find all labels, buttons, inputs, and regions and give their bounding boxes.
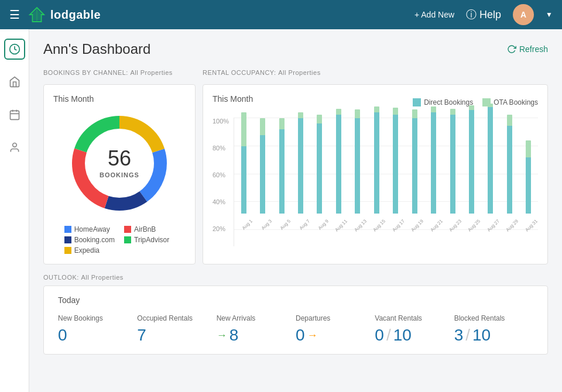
app-layout: Ann's Dashboard Refresh BOOKINGS BY CHAN… <box>0 29 562 392</box>
bar-group: Aug 31 <box>519 118 538 230</box>
top-navigation: ☰ lodgable + Add New ⓘ Help A ▼ <box>0 0 562 29</box>
avatar[interactable]: A <box>513 4 534 25</box>
logo[interactable]: lodgable <box>28 6 101 23</box>
help-button[interactable]: ⓘ Help <box>466 8 501 22</box>
bar-direct <box>488 107 493 214</box>
bar-group: Aug 19 <box>405 118 424 230</box>
bar-ota <box>507 115 512 126</box>
bar-label: Aug 23 <box>446 218 462 235</box>
donut-legend: HomeAway AirBnB Booking.com TripAdv <box>64 225 175 255</box>
bars-group: Aug 1Aug 3Aug 5Aug 7Aug 9Aug 11Aug 13Aug… <box>234 118 538 230</box>
departures-arrow-icon: → <box>307 329 318 342</box>
bar-direct <box>279 129 285 214</box>
sidebar-item-activity[interactable] <box>4 39 25 60</box>
sidebar <box>0 29 29 392</box>
bar-direct <box>260 135 265 214</box>
stat-new-bookings: New Bookings 0 <box>58 314 137 345</box>
bar-label: Aug 5 <box>275 218 292 235</box>
outlook-section: OUTLOOK: All Properties Today New Bookin… <box>43 274 548 355</box>
hamburger-icon[interactable]: ☰ <box>9 8 20 22</box>
bar-direct <box>317 123 322 214</box>
bar-label: Aug 25 <box>465 218 482 235</box>
bar-group: Aug 7 <box>291 118 310 230</box>
bar-direct <box>355 118 360 214</box>
donut-container: 56 BOOKINGS HomeAway AirBnB <box>53 111 186 255</box>
add-new-button[interactable]: + Add New <box>414 10 454 19</box>
bar-direct <box>507 126 512 214</box>
bar-direct <box>298 118 303 214</box>
svg-rect-4 <box>10 111 19 119</box>
bar-direct <box>374 112 379 214</box>
bar-label: Aug 11 <box>333 218 349 235</box>
y-axis: 20% 40% 60% 80% 100% <box>213 118 234 246</box>
sidebar-item-calendar[interactable] <box>4 104 25 125</box>
bar-group: Aug 15 <box>367 118 386 230</box>
bar-group: Aug 3 <box>253 118 272 230</box>
occupancy-section-header: RENTAL OCCUPANCY: All Properties <box>203 69 548 76</box>
bar-label: Aug 1 <box>238 218 254 235</box>
bar-direct <box>412 118 417 214</box>
sidebar-item-home[interactable] <box>4 71 25 92</box>
clock-icon <box>9 43 20 55</box>
stat-occupied-rentals: Occupied Rentals 7 <box>137 314 216 345</box>
tripadvisor-color <box>124 236 131 243</box>
expedia-color <box>64 247 71 254</box>
bar-chart: 20% 40% 60% 80% 100% <box>213 118 538 246</box>
bar-direct <box>336 115 341 214</box>
bookings-section-header: BOOKINGS BY CHANNEL: All Properties <box>43 69 196 76</box>
bar-ota <box>431 106 436 112</box>
page-title: Ann's Dashboard <box>43 41 150 57</box>
bar-ota <box>241 112 246 146</box>
legend-item-tripadvisor: TripAdvisor <box>124 236 174 244</box>
bar-group: Aug 21 <box>424 118 443 230</box>
bar-group: Aug 17 <box>386 118 405 230</box>
outlook-stats: New Bookings 0 Occupied Rentals 7 New Ar… <box>58 314 533 345</box>
bar-label: Aug 19 <box>409 218 425 235</box>
bar-label: Aug 7 <box>294 218 311 235</box>
bar-ota <box>355 109 360 118</box>
sidebar-item-profile[interactable] <box>4 137 25 158</box>
bar-group: Aug 9 <box>310 118 329 230</box>
bar-group: Aug 23 <box>443 118 462 230</box>
bar-ota <box>279 118 285 129</box>
bar-label: Aug 29 <box>503 218 520 235</box>
nav-left: ☰ lodgable <box>9 6 101 23</box>
bar-label: Aug 27 <box>484 218 501 235</box>
bar-label: Aug 21 <box>427 218 444 235</box>
bar-ota <box>469 105 474 110</box>
bar-label: Aug 15 <box>371 218 387 235</box>
stat-departures: Departures 0 → <box>296 314 375 345</box>
bar-ota <box>336 109 341 115</box>
bar-ota <box>412 109 417 118</box>
donut-label: BOOKINGS <box>100 171 139 178</box>
svg-point-8 <box>12 143 16 147</box>
person-icon <box>9 142 20 153</box>
booking-color <box>64 236 71 243</box>
bar-ota <box>374 106 379 112</box>
logo-text: lodgable <box>50 8 101 22</box>
legend-item-homeaway: HomeAway <box>64 225 115 233</box>
calendar-icon <box>9 109 20 121</box>
occupancy-card-title: This Month <box>213 94 253 104</box>
donut-center: 56 BOOKINGS <box>100 148 139 178</box>
bar-group: Aug 13 <box>348 118 367 230</box>
logo-icon <box>28 6 46 23</box>
home-icon <box>9 76 20 88</box>
occupancy-legend: Direct Bookings OTA Bookings <box>413 98 538 106</box>
bar-ota <box>450 109 455 115</box>
avatar-dropdown-icon[interactable]: ▼ <box>546 11 553 19</box>
stat-blocked-rentals: Blocked Rentals 3 / 10 <box>454 314 533 345</box>
legend-item-airbnb: AirBnB <box>124 225 174 233</box>
refresh-button[interactable]: Refresh <box>507 44 548 54</box>
refresh-icon <box>507 44 516 54</box>
main-content: Ann's Dashboard Refresh BOOKINGS BY CHAN… <box>29 29 562 392</box>
charts-row: This Month <box>43 84 548 264</box>
nav-right: + Add New ⓘ Help A ▼ <box>414 4 553 25</box>
bar-group: Aug 5 <box>272 118 291 230</box>
bar-direct <box>431 112 436 214</box>
bar-label: Aug 31 <box>522 218 539 235</box>
bar-label: Aug 17 <box>389 218 406 235</box>
bars-container: Aug 1Aug 3Aug 5Aug 7Aug 9Aug 11Aug 13Aug… <box>234 118 538 246</box>
occupancy-card: This Month Direct Bookings OTA Bookings <box>203 84 548 264</box>
donut-number: 56 <box>100 148 139 169</box>
